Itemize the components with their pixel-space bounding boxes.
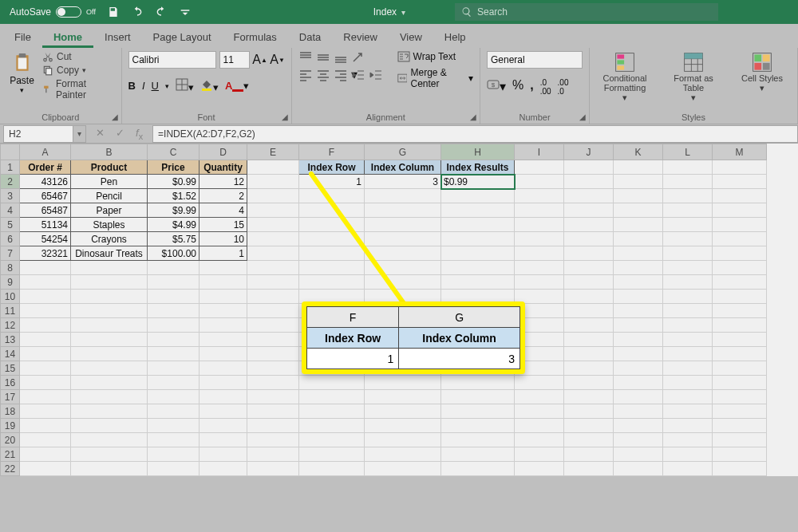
cell-E3[interactable] [247, 189, 299, 203]
cell-L21[interactable] [663, 447, 713, 462]
comma-format-button[interactable]: , [530, 78, 533, 96]
cell-B2[interactable]: Pen [71, 175, 148, 189]
cell-I21[interactable] [515, 447, 564, 462]
cell-F9[interactable] [299, 275, 365, 290]
increase-decimal-button[interactable]: .0.00 [540, 78, 551, 96]
cell-B1[interactable]: Product [71, 160, 148, 175]
cell-M13[interactable] [713, 333, 767, 347]
tab-help[interactable]: Help [433, 26, 477, 48]
cell-I19[interactable] [515, 419, 564, 433]
cell-B8[interactable] [71, 261, 148, 275]
cell-A17[interactable] [20, 390, 71, 404]
cell-C6[interactable]: $5.75 [148, 232, 200, 246]
dialog-launcher-icon[interactable]: ◢ [112, 112, 118, 121]
cell-G19[interactable] [365, 419, 441, 433]
cell-K3[interactable] [614, 189, 663, 203]
cell-M7[interactable] [713, 246, 767, 261]
row-header-12[interactable]: 12 [1, 318, 20, 333]
cell-M18[interactable] [713, 404, 767, 419]
cell-L16[interactable] [663, 376, 713, 390]
cell-K12[interactable] [614, 318, 663, 333]
cell-A12[interactable] [20, 318, 71, 333]
cell-B11[interactable] [71, 304, 148, 318]
cell-B15[interactable] [71, 361, 148, 376]
cell-I20[interactable] [515, 433, 564, 447]
cell-D11[interactable] [200, 304, 247, 318]
row-header-8[interactable]: 8 [1, 261, 20, 275]
cell-H2[interactable]: $0.99 [441, 175, 515, 189]
cell-F19[interactable] [299, 419, 365, 433]
cell-M4[interactable] [713, 203, 767, 218]
cell-L4[interactable] [663, 203, 713, 218]
cell-B6[interactable]: Crayons [71, 232, 148, 246]
cell-I3[interactable] [515, 189, 564, 203]
row-header-9[interactable]: 9 [1, 275, 20, 290]
row-header-20[interactable]: 20 [1, 433, 20, 447]
cell-K13[interactable] [614, 333, 663, 347]
cell-J18[interactable] [564, 404, 614, 419]
cell-D20[interactable] [200, 433, 247, 447]
row-header-4[interactable]: 4 [1, 203, 20, 218]
cell-A9[interactable] [20, 275, 71, 290]
cell-J21[interactable] [564, 447, 614, 462]
accounting-format-button[interactable]: $▾ [487, 78, 506, 96]
cell-H20[interactable] [441, 433, 515, 447]
cell-K16[interactable] [614, 376, 663, 390]
undo-icon[interactable] [131, 6, 144, 18]
row-header-5[interactable]: 5 [1, 218, 20, 232]
cell-B9[interactable] [71, 275, 148, 290]
cut-button[interactable]: Cut [42, 51, 115, 62]
row-header-13[interactable]: 13 [1, 333, 20, 347]
cell-C9[interactable] [148, 275, 200, 290]
cell-K2[interactable] [614, 175, 663, 189]
cell-M15[interactable] [713, 361, 767, 376]
cell-B4[interactable]: Paper [71, 203, 148, 218]
cell-D9[interactable] [200, 275, 247, 290]
cell-C4[interactable]: $9.99 [148, 203, 200, 218]
enter-formula-icon[interactable]: ✓ [116, 127, 124, 141]
col-header-H[interactable]: H [441, 144, 515, 160]
bold-button[interactable]: B [128, 80, 136, 92]
cell-D14[interactable] [200, 347, 247, 361]
percent-format-button[interactable]: % [512, 78, 523, 96]
cell-B21[interactable] [71, 447, 148, 462]
chevron-down-icon[interactable]: ▾ [20, 86, 24, 94]
cell-D12[interactable] [200, 318, 247, 333]
col-header-C[interactable]: C [148, 144, 200, 160]
cell-G18[interactable] [365, 404, 441, 419]
cell-K7[interactable] [614, 246, 663, 261]
cell-A6[interactable]: 54254 [20, 232, 71, 246]
cell-J13[interactable] [564, 333, 614, 347]
cell-B13[interactable] [71, 333, 148, 347]
increase-font-button[interactable]: A▲ [253, 53, 267, 67]
cell-M6[interactable] [713, 232, 767, 246]
cell-C11[interactable] [148, 304, 200, 318]
cell-E9[interactable] [247, 275, 299, 290]
cell-C1[interactable]: Price [148, 160, 200, 175]
font-name-input[interactable] [128, 51, 216, 69]
cell-E5[interactable] [247, 218, 299, 232]
cell-E19[interactable] [247, 419, 299, 433]
col-header-A[interactable]: A [20, 144, 71, 160]
cell-E10[interactable] [247, 290, 299, 304]
increase-indent-button[interactable] [369, 69, 383, 81]
col-header-G[interactable]: G [365, 144, 441, 160]
cell-H9[interactable] [441, 275, 515, 290]
cell-D5[interactable]: 15 [200, 218, 247, 232]
autosave-toggle[interactable]: AutoSave Off [10, 6, 96, 18]
cell-E14[interactable] [247, 347, 299, 361]
cell-A19[interactable] [20, 419, 71, 433]
cell-D2[interactable]: 12 [200, 175, 247, 189]
cell-F21[interactable] [299, 447, 365, 462]
cell-E21[interactable] [247, 447, 299, 462]
row-header-15[interactable]: 15 [1, 361, 20, 376]
cell-H16[interactable] [441, 376, 515, 390]
cell-F22[interactable] [299, 462, 365, 476]
cell-I8[interactable] [515, 261, 564, 275]
cell-L9[interactable] [663, 275, 713, 290]
cell-H17[interactable] [441, 390, 515, 404]
cell-C22[interactable] [148, 462, 200, 476]
col-header-F[interactable]: F [299, 144, 365, 160]
cell-F6[interactable] [299, 232, 365, 246]
cell-K10[interactable] [614, 290, 663, 304]
